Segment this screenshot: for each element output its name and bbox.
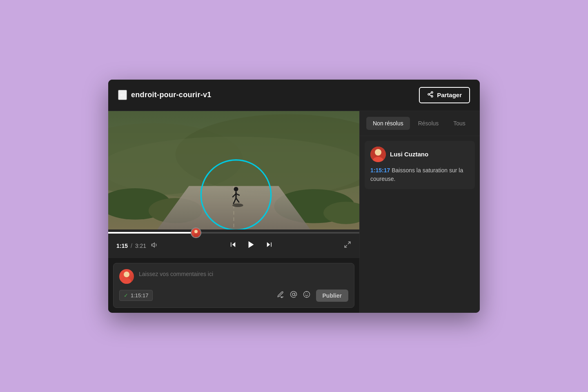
svg-point-32	[124, 272, 129, 277]
time-current: 1:15	[116, 243, 128, 249]
user-avatar	[119, 269, 134, 284]
comment-card-header: Lusi Cuztano	[370, 147, 469, 162]
play-button[interactable]	[245, 238, 257, 253]
left-panel: 1:15 / 3:21	[108, 111, 359, 313]
comment-footer: ✓ 1:15:17	[119, 290, 348, 302]
volume-icon[interactable]	[151, 241, 158, 250]
commenter-avatar	[370, 147, 386, 162]
header: ← endroit-pour-courir-v1 Partager	[108, 80, 480, 111]
filter-tabs: Non résolus Résolus Tous	[360, 111, 480, 136]
video-title: endroit-pour-courir-v1	[131, 91, 212, 99]
comment-timestamp[interactable]: 1:15:17	[370, 167, 390, 174]
tab-non-resolus[interactable]: Non résolus	[366, 117, 410, 130]
comments-list: Lusi Cuztano 1:15:17 Baissons la saturat…	[360, 136, 480, 194]
svg-point-33	[122, 278, 131, 284]
time-display: 1:15 / 3:21	[116, 243, 146, 249]
check-icon: ✓	[124, 292, 128, 298]
svg-point-36	[292, 293, 295, 296]
mention-tool-icon[interactable]	[290, 291, 297, 300]
comment-box: ✓ 1:15:17	[113, 263, 354, 308]
comment-tools: Publier	[277, 290, 348, 302]
timeline-container	[108, 229, 359, 234]
svg-line-30	[348, 242, 350, 244]
app-window: ← endroit-pour-courir-v1 Partager	[108, 80, 480, 313]
timestamp-tag[interactable]: ✓ 1:15:17	[119, 290, 153, 301]
fullscreen-button[interactable]	[344, 241, 351, 250]
header-left: ← endroit-pour-courir-v1	[118, 90, 212, 100]
timeline-bar[interactable]	[108, 232, 359, 234]
timeline-thumb[interactable]	[191, 227, 201, 238]
rewind-button[interactable]	[228, 239, 238, 252]
emoji-tool-icon[interactable]	[303, 291, 310, 300]
timestamp-value: 1:15:17	[131, 292, 148, 298]
tab-tous[interactable]: Tous	[447, 117, 472, 130]
svg-line-3	[430, 95, 432, 96]
back-button[interactable]: ←	[118, 90, 127, 100]
share-button-label: Partager	[437, 91, 462, 98]
share-icon	[427, 91, 434, 99]
forward-button[interactable]	[264, 239, 274, 252]
tab-resolus[interactable]: Résolus	[412, 117, 445, 130]
svg-point-23	[194, 234, 198, 237]
timeline-progress	[108, 232, 196, 234]
time-total: 3:21	[135, 243, 146, 249]
publish-button[interactable]: Publier	[316, 290, 348, 302]
svg-point-43	[375, 149, 381, 156]
svg-marker-24	[151, 243, 154, 247]
svg-point-20	[232, 203, 243, 207]
svg-line-4	[430, 93, 432, 94]
svg-marker-27	[249, 241, 254, 248]
right-panel: Non résolus Résolus Tous	[359, 111, 480, 313]
playback-controls-bar: 1:15 / 3:21	[108, 234, 359, 258]
comment-card: Lusi Cuztano 1:15:17 Baissons la saturat…	[365, 141, 475, 189]
svg-marker-25	[232, 242, 236, 247]
svg-point-22	[194, 230, 198, 233]
time-separator: /	[131, 243, 134, 249]
share-button[interactable]: Partager	[419, 87, 470, 103]
svg-point-14	[234, 187, 238, 191]
comment-body: 1:15:17 Baissons la saturation sur la co…	[370, 166, 469, 183]
avatar-inner	[119, 269, 134, 284]
main-content: 1:15 / 3:21	[108, 111, 480, 313]
timeline-thumb-avatar	[192, 228, 200, 237]
video-player[interactable]	[108, 111, 359, 229]
comment-input-row	[119, 269, 348, 284]
draw-tool-icon[interactable]	[277, 291, 284, 300]
commenter-name: Lusi Cuztano	[390, 151, 428, 158]
comment-input[interactable]	[139, 269, 348, 277]
svg-marker-28	[267, 242, 270, 247]
svg-line-31	[345, 245, 347, 247]
playback-controls	[228, 238, 274, 253]
